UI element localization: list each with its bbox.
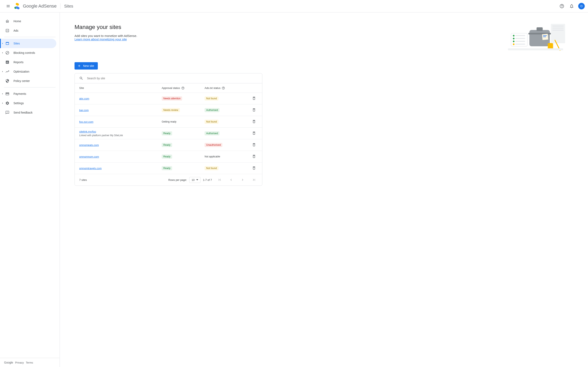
svg-point-16 (513, 41, 515, 42)
nav-item-reports[interactable]: Reports (0, 58, 56, 67)
ads-badge: Not found (205, 96, 218, 100)
nav-sidebar: Home Ads Sites Blocking controls Reports… (0, 12, 60, 367)
chevron-right-icon (2, 71, 3, 72)
learn-more-link[interactable]: Learn more about monetizing your site (75, 38, 127, 41)
delete-button[interactable] (250, 95, 258, 102)
rows-per-page-select[interactable]: 10 (189, 177, 200, 183)
delete-button[interactable] (250, 141, 258, 149)
col-approval: Approval status (162, 86, 205, 90)
nav-item-home[interactable]: Home (0, 17, 56, 26)
table-row: omnomnom.comReadyNot applicable (75, 151, 262, 162)
dropdown-icon (196, 179, 198, 180)
card-icon (5, 92, 9, 96)
site-subtitle: Linked with platform partner My SIteLink (79, 134, 162, 137)
trash-icon (252, 96, 256, 101)
nav-item-sites[interactable]: Sites (0, 39, 56, 48)
last-page-icon (252, 178, 256, 182)
ads-badge: Not applicable (205, 155, 222, 159)
page-first-button[interactable] (216, 176, 223, 184)
table-row: omnomtravels.comReadyNot found (75, 162, 262, 174)
site-link[interactable]: sitelink.my/foo (79, 130, 96, 133)
nav-item-payments[interactable]: Payments (0, 89, 56, 99)
col-ads: Ads.txt status (205, 86, 245, 90)
svg-point-14 (513, 38, 515, 39)
hamburger-icon (6, 4, 10, 8)
table-row: bar.comNeeds reviewAuthorised (75, 104, 262, 116)
main-content: Manage your sites Add sites you want to … (60, 12, 588, 367)
nav-label: Policy center (13, 79, 30, 83)
delete-button[interactable] (250, 165, 258, 172)
delete-button[interactable] (250, 106, 258, 114)
page-last-button[interactable] (250, 176, 258, 184)
trash-icon (252, 154, 256, 159)
nav-item-ads[interactable]: Ads (0, 26, 56, 35)
delete-button[interactable] (250, 118, 258, 125)
nav-item-feedback[interactable]: Send feedback (0, 108, 56, 117)
menu-button[interactable] (3, 1, 13, 11)
adsense-logo-icon (14, 3, 20, 9)
help-icon[interactable] (222, 86, 225, 90)
search-icon (79, 76, 83, 80)
brand-text: Google AdSense (23, 3, 57, 9)
svg-point-18 (513, 43, 515, 45)
site-link[interactable]: omnomtravels.com (79, 167, 102, 170)
app-header: Google AdSense Sites O (0, 0, 588, 12)
nav-item-policy[interactable]: Policy center (0, 76, 56, 86)
ads-badge: Authorised (205, 131, 219, 135)
plus-icon (77, 64, 81, 68)
help-icon[interactable] (181, 86, 185, 90)
nav-label: Reports (13, 60, 24, 64)
footer-privacy-link[interactable]: Privacy (15, 361, 24, 364)
delete-button[interactable] (250, 130, 258, 137)
bell-icon (569, 4, 574, 8)
notifications-button[interactable] (568, 2, 576, 10)
nav-item-settings[interactable]: Settings (0, 99, 56, 108)
new-site-button[interactable]: New site (75, 62, 98, 69)
user-avatar[interactable]: O (578, 3, 585, 9)
reports-icon (5, 60, 9, 64)
ads-icon (5, 29, 9, 33)
site-link[interactable]: bar.com (79, 109, 89, 112)
page-title: Manage your sites (75, 24, 137, 30)
page-next-button[interactable] (239, 176, 246, 184)
header-divider (60, 3, 61, 9)
chevron-left-icon (229, 178, 233, 182)
site-link[interactable]: omnomnom.com (79, 155, 99, 158)
svg-rect-19 (515, 44, 525, 45)
sites-card: SIte Approval status Ads.txt status abc.… (75, 73, 262, 186)
chevron-right-icon (2, 52, 3, 53)
feedback-icon (5, 110, 9, 115)
search-row (75, 73, 262, 83)
approval-badge: Ready (162, 166, 172, 170)
chevron-right-icon (2, 93, 3, 94)
nav-item-blocking[interactable]: Blocking controls (0, 48, 56, 58)
svg-rect-7 (536, 27, 543, 31)
block-icon (5, 51, 9, 55)
table-footer: 7 sites Rows per page: 10 1-7 of 7 (75, 174, 262, 185)
svg-point-24 (548, 43, 553, 45)
page-subtitle: Add sites you want to monetize with AdSe… (75, 34, 137, 38)
svg-rect-17 (515, 41, 525, 42)
chevron-right-icon (2, 43, 3, 44)
delete-button[interactable] (250, 153, 258, 160)
shield-icon (5, 79, 9, 83)
trash-icon (252, 131, 256, 136)
search-input[interactable] (87, 77, 258, 80)
page-prev-button[interactable] (227, 176, 235, 184)
nav-label: Send feedback (13, 111, 33, 114)
footer-terms-link[interactable]: Terms (26, 361, 33, 364)
site-link[interactable]: foo.xyz.com (79, 120, 93, 123)
help-button[interactable] (558, 2, 566, 10)
site-link[interactable]: omnomeats.com (79, 143, 99, 147)
brand-logo[interactable]: Google AdSense (14, 3, 57, 9)
svg-rect-3 (553, 27, 563, 29)
home-icon (5, 19, 9, 23)
chevron-right-icon (2, 103, 3, 104)
approval-badge: Ready (162, 143, 172, 147)
page-range: 1-7 of 7 (203, 178, 212, 182)
first-page-icon (218, 178, 222, 182)
trash-icon (252, 166, 256, 171)
site-link[interactable]: abc.com (79, 97, 89, 100)
svg-rect-1 (551, 24, 565, 43)
nav-item-optimization[interactable]: Optimization (0, 67, 56, 76)
